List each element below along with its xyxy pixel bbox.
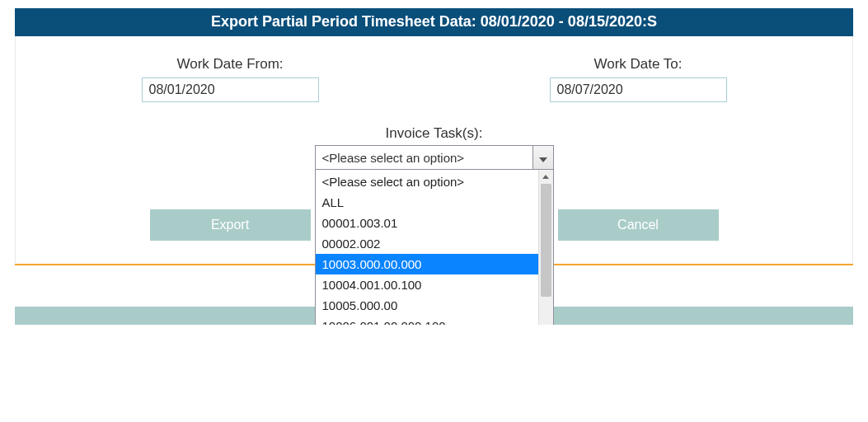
modal-header: Export Partial Period Timesheet Data: 08… xyxy=(15,8,853,36)
cancel-button[interactable]: Cancel xyxy=(558,209,719,241)
dropdown-option[interactable]: ALL xyxy=(316,192,538,213)
work-date-to-input[interactable] xyxy=(550,77,727,102)
work-date-from-input[interactable] xyxy=(142,77,319,102)
date-row: Work Date From: Work Date To: xyxy=(16,56,852,102)
invoice-task-dropdown: <Please select an option>ALL00001.003.01… xyxy=(315,169,554,325)
export-button[interactable]: Export xyxy=(150,209,311,241)
work-date-from-label: Work Date From: xyxy=(176,56,283,73)
scroll-thumb[interactable] xyxy=(541,184,551,297)
dropdown-list: <Please select an option>ALL00001.003.01… xyxy=(316,170,538,325)
invoice-task-selected-value: <Please select an option> xyxy=(316,146,533,169)
chevron-down-icon xyxy=(539,151,547,165)
dropdown-option[interactable]: 10006.001.00.000.100 xyxy=(316,316,538,325)
invoice-task-label: Invoice Task(s): xyxy=(16,125,852,142)
dropdown-toggle-button[interactable] xyxy=(533,146,553,169)
work-date-to-field: Work Date To: xyxy=(550,56,727,102)
dropdown-scrollbar[interactable] xyxy=(538,170,553,325)
dropdown-option[interactable]: 10003.000.00.000 xyxy=(316,254,538,274)
dropdown-option[interactable]: 10004.001.00.100 xyxy=(316,274,538,295)
dropdown-option[interactable]: <Please select an option> xyxy=(316,171,538,192)
invoice-task-section: Invoice Task(s): <Please select an optio… xyxy=(16,125,852,170)
dropdown-option[interactable]: 10005.000.00 xyxy=(316,295,538,316)
modal-panel: Work Date From: Work Date To: Invoice Ta… xyxy=(15,36,853,264)
modal-title: Export Partial Period Timesheet Data: 08… xyxy=(211,13,657,30)
work-date-to-label: Work Date To: xyxy=(594,56,682,73)
work-date-from-field: Work Date From: xyxy=(142,56,319,102)
scroll-track[interactable] xyxy=(539,184,553,325)
scroll-up-arrow-icon[interactable] xyxy=(539,170,553,184)
invoice-task-select[interactable]: <Please select an option> xyxy=(315,145,554,170)
dropdown-option[interactable]: 00001.003.01 xyxy=(316,213,538,233)
dropdown-option[interactable]: 00002.002 xyxy=(316,233,538,254)
